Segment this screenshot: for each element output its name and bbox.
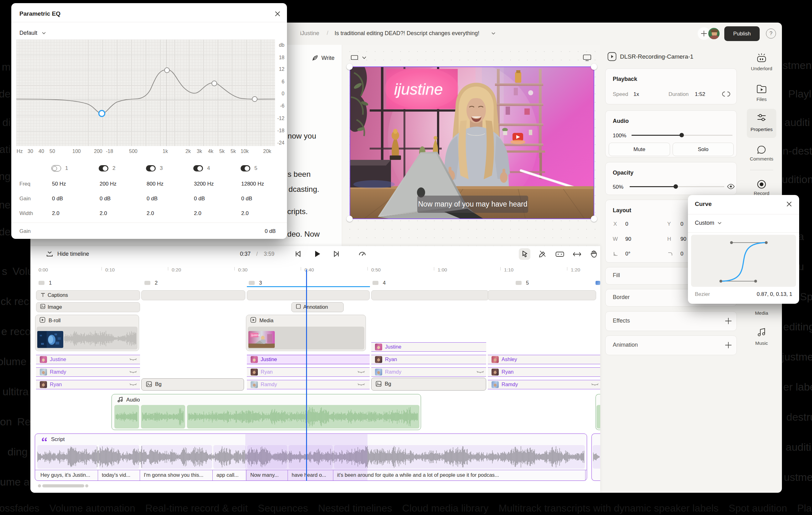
svg-text:ijustine: ijustine bbox=[394, 81, 443, 98]
svg-text:ijustine: ijustine bbox=[251, 333, 260, 337]
